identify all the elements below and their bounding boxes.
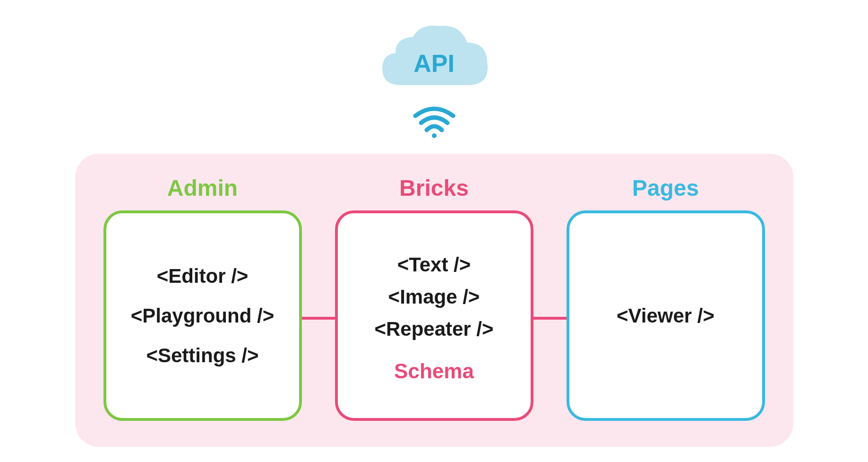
wifi-icon <box>413 106 455 139</box>
api-cloud-section: API <box>368 19 500 139</box>
pages-title: Pages <box>632 175 699 201</box>
cloud-icon: API <box>368 19 500 99</box>
bricks-box: <Text /> <Image /> <Repeater /> Schema <box>335 210 533 421</box>
api-label: API <box>413 49 455 78</box>
bricks-item-repeater: <Repeater /> <box>374 318 493 340</box>
admin-box: <Editor /> <Playground /> <Settings /> <box>103 210 302 421</box>
svg-point-0 <box>432 133 437 138</box>
bricks-group: Bricks <Text /> <Image /> <Repeater /> S… <box>335 175 533 421</box>
connector-left <box>302 317 335 320</box>
schema-label: Schema <box>394 359 474 383</box>
pages-box: <Viewer /> <box>567 210 765 421</box>
bricks-title: Bricks <box>399 175 469 201</box>
admin-item-playground: <Playground /> <box>131 305 274 327</box>
connector-right <box>533 317 567 320</box>
admin-item-settings: <Settings /> <box>146 344 258 367</box>
main-container: Admin <Editor /> <Playground /> <Setting… <box>75 154 793 447</box>
admin-title: Admin <box>167 175 238 201</box>
pages-item-viewer: <Viewer /> <box>617 305 714 327</box>
bricks-item-image: <Image /> <box>388 286 480 308</box>
bricks-item-text: <Text /> <box>397 253 471 276</box>
admin-group: Admin <Editor /> <Playground /> <Setting… <box>103 175 302 421</box>
pages-group: Pages <Viewer /> <box>567 175 765 421</box>
admin-item-editor: <Editor /> <box>157 265 249 288</box>
